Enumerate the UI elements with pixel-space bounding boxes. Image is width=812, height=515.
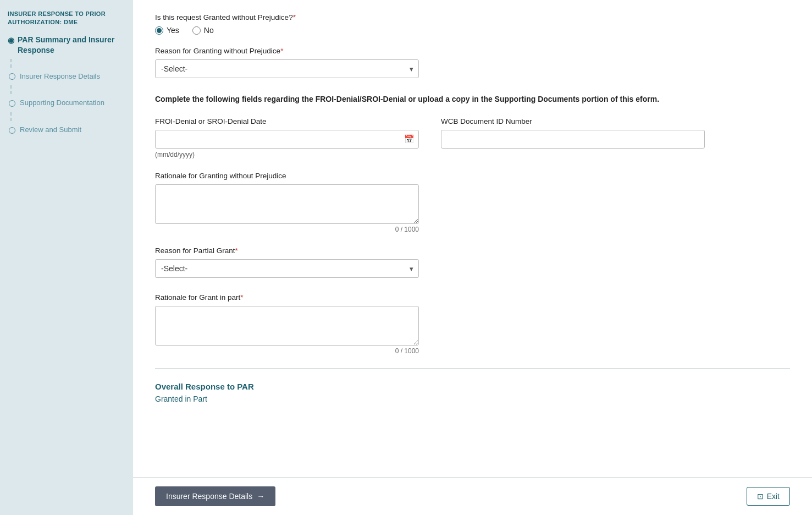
sidebar: INSURER RESPONSE TO PRIOR AUTHORIZATION:… [0, 0, 133, 515]
circle-icon-3 [9, 127, 15, 134]
notice-text: Complete the following fields regarding … [155, 94, 694, 105]
overall-response-section: Overall Response to PAR Granted in Part [155, 382, 790, 403]
section-divider [155, 368, 790, 369]
reason-granting-field: Reason for Granting without Prejudice* -… [155, 47, 790, 78]
grant-in-part-wrapper: Rationale for Grant in part* 0 / 1000 [155, 293, 790, 355]
reason-granting-select[interactable]: -Select- [155, 59, 419, 78]
sidebar-item-supporting-documentation[interactable]: Supporting Documentation [8, 94, 125, 112]
granted-without-prejudice-label: Is this request Granted without Prejudic… [155, 13, 790, 21]
sidebar-nav-label-1: Insurer Response Details [20, 72, 100, 81]
froi-denial-input-wrapper: 📅 [155, 130, 419, 149]
rationale-granting-textarea[interactable] [155, 184, 419, 224]
froi-denial-input[interactable] [155, 130, 419, 149]
reason-granting-label: Reason for Granting without Prejudice* [155, 47, 790, 55]
radio-yes-option[interactable]: Yes [155, 26, 179, 35]
granted-without-prejudice-field: Is this request Granted without Prejudic… [155, 13, 790, 35]
froi-denial-col: FROI-Denial or SROI-Denial Date 📅 (mm/dd… [155, 117, 419, 158]
rationale-granting-char-count: 0 / 1000 [155, 226, 419, 233]
exit-icon: ⊡ [757, 492, 764, 501]
grant-in-part-textarea[interactable] [155, 306, 419, 346]
partial-grant-select-wrapper: -Select- ▾ [155, 259, 419, 278]
radio-yes-label: Yes [167, 26, 179, 35]
next-button[interactable]: Insurer Response Details → [155, 486, 275, 506]
partial-grant-reason-label: Reason for Partial Grant* [155, 246, 790, 255]
grant-in-part-char-count: 0 / 1000 [155, 347, 419, 355]
active-item-icon: ◉ [8, 35, 14, 46]
wcb-doc-label: WCB Document ID Number [441, 117, 705, 125]
circle-icon-2 [9, 100, 15, 107]
rationale-granting-wrapper: Rationale for Granting without Prejudice… [155, 172, 790, 233]
date-wcb-row: FROI-Denial or SROI-Denial Date 📅 (mm/dd… [155, 117, 790, 158]
overall-response-label: Overall Response to PAR [155, 382, 790, 391]
footer-bar: Insurer Response Details → ⊡ Exit [133, 477, 812, 515]
exit-button[interactable]: ⊡ Exit [747, 487, 790, 506]
sidebar-item-insurer-response-details[interactable]: Insurer Response Details [8, 68, 125, 86]
sidebar-connector-2 [10, 85, 125, 94]
wcb-doc-col: WCB Document ID Number [441, 117, 705, 149]
main-content: Is this request Granted without Prejudic… [133, 0, 812, 515]
next-arrow-icon: → [257, 492, 264, 501]
froi-denial-label: FROI-Denial or SROI-Denial Date [155, 117, 419, 125]
sidebar-nav-label-3: Review and Submit [20, 125, 81, 135]
sidebar-active-label: PAR Summary and Insurer Response [18, 35, 125, 56]
sidebar-active-item: ◉ PAR Summary and Insurer Response [8, 35, 125, 56]
froi-denial-hint: (mm/dd/yyyy) [155, 151, 419, 158]
grant-in-part-label: Rationale for Grant in part* [155, 293, 790, 302]
rationale-granting-label: Rationale for Granting without Prejudice [155, 172, 790, 180]
sidebar-header: INSURER RESPONSE TO PRIOR AUTHORIZATION:… [8, 10, 125, 27]
exit-label: Exit [767, 492, 780, 501]
radio-no-option[interactable]: No [192, 26, 214, 35]
radio-yes-input[interactable] [155, 26, 163, 35]
next-button-label: Insurer Response Details [166, 492, 252, 501]
sidebar-nav-label-2: Supporting Documentation [20, 98, 104, 108]
form-area: Is this request Granted without Prejudic… [133, 0, 812, 477]
reason-granting-select-wrapper: -Select- ▾ [155, 59, 419, 78]
radio-no-input[interactable] [192, 26, 201, 35]
radio-no-label: No [204, 26, 214, 35]
sidebar-connector-3 [10, 112, 125, 121]
circle-icon-1 [9, 73, 15, 80]
granted-radio-group: Yes No [155, 26, 790, 35]
partial-grant-select[interactable]: -Select- [155, 259, 419, 278]
sidebar-connector-1 [10, 59, 125, 68]
overall-response-value: Granted in Part [155, 395, 790, 403]
sidebar-item-review-submit[interactable]: Review and Submit [8, 121, 125, 139]
wcb-doc-input[interactable] [441, 130, 705, 149]
partial-grant-reason-field: Reason for Partial Grant* -Select- ▾ [155, 246, 790, 278]
